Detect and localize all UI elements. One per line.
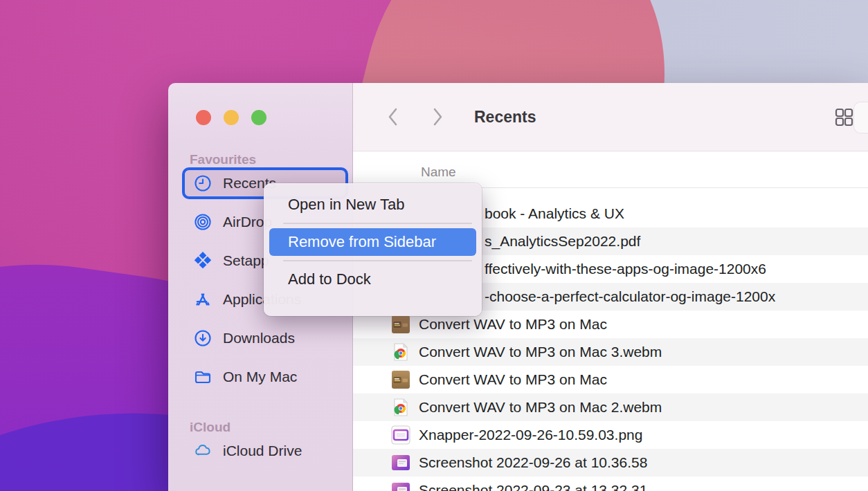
file-name: s_AnalyticsSep2022.pdf [485,233,640,250]
airdrop-icon [194,213,212,231]
sidebar-item-downloads[interactable]: Downloads [182,322,348,354]
clock-icon [194,174,212,192]
view-segment-button[interactable] [854,102,868,133]
appstore-icon [194,290,212,308]
sidebar-section-header-favourites: Favourites [190,152,352,167]
file-row[interactable]: Xnapper-2022-09-26-10.59.03.png [353,421,868,449]
forward-button[interactable] [428,106,446,127]
sidebar-item-label: iCloud Drive [223,443,302,459]
file-name: Screenshot 2022-09-26 at 10.36.58 [419,454,647,471]
icon-view-button[interactable] [832,106,856,127]
chrome-file-icon [391,398,410,417]
setapp-icon [194,252,212,270]
file-name: -choose-a-perfect-calculator-og-image-12… [485,288,775,305]
menu-separator [283,260,472,261]
menu-item-remove-from-sidebar[interactable]: Remove from Sidebar [269,228,476,256]
screenshot-thumbnail-icon [391,481,410,491]
zoom-button[interactable] [251,110,266,125]
file-row[interactable]: Convert WAV to MP3 on Mac [353,366,868,393]
sidebar-item-icloud-drive[interactable]: iCloud Drive [182,435,348,467]
file-row[interactable]: Convert WAV to MP3 on Mac 3.webm [353,338,868,366]
chevron-right-icon [431,106,444,127]
file-row[interactable]: Screenshot 2022-09-23 at 13.32.31 [353,476,868,491]
context-menu: Open in New TabRemove from SidebarAdd to… [264,183,482,316]
file-name: Screenshot 2022-09-23 at 13.32.31 [419,482,647,491]
screenshot-thumbnail-icon [391,453,410,472]
file-name: ffectively-with-these-apps-og-image-1200… [485,261,766,277]
file-name: Convert WAV to MP3 on Mac [419,371,607,388]
webpage-thumbnail-icon [391,315,410,334]
file-name: Xnapper-2022-09-26-10.59.03.png [419,427,642,443]
back-button[interactable] [384,106,402,127]
folder-icon [194,368,212,386]
sidebar-item-on-my-mac[interactable]: On My Mac [182,361,348,393]
sidebar-section-header-icloud: iCloud [190,420,352,435]
file-name: Convert WAV to MP3 on Mac [419,316,607,333]
window-title: Recents [474,108,536,127]
minimize-button[interactable] [224,110,239,125]
download-circle-icon [194,329,212,347]
file-name: Convert WAV to MP3 on Mac 3.webm [419,344,662,360]
desktop: FavouritesRecentsAirDropSetappApplicatio… [0,0,868,491]
column-header-name[interactable]: Name [421,165,456,180]
file-row[interactable]: Screenshot 2022-09-26 at 10.36.58 [353,449,868,476]
sidebar-item-label: Setapp [223,252,269,269]
chrome-file-icon [391,342,410,362]
icloud-icon [194,442,212,460]
xnapper-window-icon [391,425,410,445]
sidebar-item-label: Downloads [223,330,295,346]
menu-item-add-to-dock[interactable]: Add to Dock [269,266,476,293]
finder-toolbar: Recents [353,83,868,151]
close-button[interactable] [196,110,211,125]
window-controls [196,110,266,125]
webpage-thumbnail-icon [391,370,410,389]
menu-item-open-in-new-tab[interactable]: Open in New Tab [269,191,476,219]
sidebar-item-label: On My Mac [223,369,297,385]
chevron-left-icon [386,106,400,127]
nav-buttons [384,106,446,127]
grid-view-icon [835,108,853,127]
menu-separator [283,223,472,224]
file-name: book - Analytics & UX [485,205,624,222]
toolbar-right [832,83,856,151]
file-name: Convert WAV to MP3 on Mac 2.webm [419,399,662,416]
file-row[interactable]: Convert WAV to MP3 on Mac 2.webm [353,393,868,421]
